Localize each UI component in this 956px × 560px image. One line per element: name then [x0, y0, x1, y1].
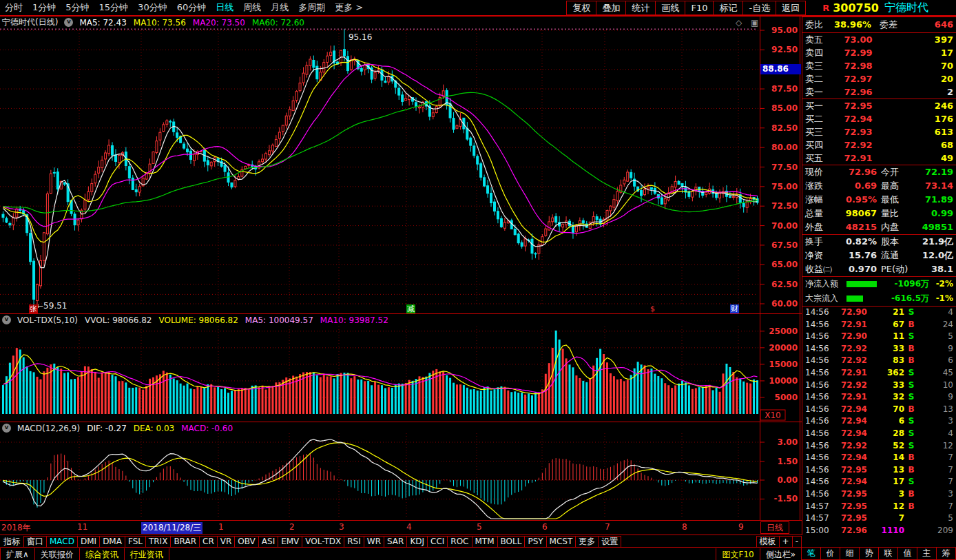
- indicator-right-+[interactable]: +: [779, 536, 793, 548]
- quote-tab-主[interactable]: 主: [917, 547, 937, 560]
- indicator-tab-DMA[interactable]: DMA: [99, 536, 125, 548]
- indicator-tab-MCST[interactable]: MCST: [546, 536, 576, 548]
- indicator-tab-VR[interactable]: VR: [217, 536, 236, 548]
- indicator-tab-CCI[interactable]: CCI: [427, 536, 448, 548]
- status-item-侧边栏»[interactable]: 侧边栏»: [760, 548, 802, 560]
- kline-chart[interactable]: 95.0092.5087.5085.0082.5080.0077.5075.00…: [0, 17, 802, 313]
- period-tab-更多 >[interactable]: 更多 >: [335, 1, 363, 14]
- window-icon[interactable]: ▣: [751, 18, 758, 28]
- indicator-tab-EMV[interactable]: EMV: [278, 536, 302, 548]
- quote-tab-势[interactable]: 势: [859, 547, 879, 560]
- period-tab-周线[interactable]: 周线: [243, 1, 261, 14]
- quote-tab-细[interactable]: 细: [840, 547, 860, 560]
- status-item-图文F10[interactable]: 图文F10: [716, 548, 760, 560]
- indicator-tab-ASI[interactable]: ASI: [258, 536, 278, 548]
- period-tab-月线[interactable]: 月线: [271, 1, 289, 14]
- event-marker-财[interactable]: 财: [730, 304, 739, 313]
- indicator-tab-ROC[interactable]: ROC: [447, 536, 472, 548]
- bid-row[interactable]: 买一72.95246: [802, 99, 956, 112]
- period-tab-1分钟[interactable]: 1分钟: [32, 1, 56, 14]
- indicator-tab-PSY[interactable]: PSY: [524, 536, 546, 548]
- period-tab-5分钟[interactable]: 5分钟: [65, 1, 89, 14]
- tick-row[interactable]: 14:5672.9470B13: [802, 404, 956, 416]
- bid-row[interactable]: 买二72.94176: [802, 112, 956, 125]
- tick-row[interactable]: 14:5672.9417S7: [802, 476, 956, 488]
- chevron-down-icon[interactable]: v: [2, 315, 11, 324]
- quote-tab-笔[interactable]: 笔: [801, 547, 821, 560]
- indicator-tab-CR[interactable]: CR: [199, 536, 218, 548]
- tick-row[interactable]: 14:5672.9428S4: [802, 428, 956, 440]
- chevron-down-icon[interactable]: v: [2, 424, 11, 433]
- volume-chart[interactable]: 250002000015000100005000X10: [0, 314, 802, 422]
- status-item-关联报价[interactable]: 关联报价: [35, 548, 80, 560]
- status-item-综合资讯[interactable]: 综合资讯: [80, 548, 125, 560]
- event-marker-张[interactable]: 张: [29, 304, 38, 313]
- indicator-tab-OBV[interactable]: OBV: [234, 536, 259, 548]
- period-tab-多周期[interactable]: 多周期: [298, 1, 325, 14]
- indicator-right-模板[interactable]: 模板: [756, 536, 780, 548]
- indicator-tab-KDJ[interactable]: KDJ: [406, 536, 428, 548]
- indicator-tab-更多[interactable]: 更多: [575, 536, 599, 548]
- topbar-button-画线[interactable]: 画线: [655, 1, 685, 15]
- ask-row[interactable]: 卖四72.9917: [802, 46, 956, 59]
- indicator-tab-MTM[interactable]: MTM: [472, 536, 498, 548]
- tick-row[interactable]: 14:5672.9011S5: [802, 331, 956, 343]
- macd-chart[interactable]: 3.001.500.00-1.50: [0, 422, 802, 520]
- ask-row[interactable]: 卖一72.962: [802, 85, 956, 99]
- indicator-tab-设置[interactable]: 设置: [598, 536, 621, 548]
- topbar-button-叠加[interactable]: 叠加: [596, 1, 626, 15]
- quote-tab-筹[interactable]: 筹: [936, 547, 956, 560]
- date-label[interactable]: 2018/11/28/三: [141, 522, 202, 534]
- event-marker-$[interactable]: $: [648, 304, 657, 313]
- indicator-tab-SAR[interactable]: SAR: [384, 536, 407, 548]
- quote-tab-价[interactable]: 价: [820, 547, 840, 560]
- indicator-tab-FSL[interactable]: FSL: [125, 536, 146, 548]
- ask-row[interactable]: 卖三72.9870: [802, 59, 956, 72]
- tick-row[interactable]: 14:5672.9414B7: [802, 452, 956, 464]
- topbar-button-复权[interactable]: 复权: [566, 1, 596, 15]
- indicator-tab-MACD[interactable]: MACD: [46, 536, 78, 548]
- indicator-tab-窗口[interactable]: 窗口: [23, 536, 47, 548]
- indicator-tab-DMI[interactable]: DMI: [77, 536, 100, 548]
- bid-row[interactable]: 买五72.9149: [802, 152, 956, 165]
- tick-row[interactable]: 14:5772.9512B7: [802, 501, 956, 513]
- indicator-tab-TRIX[interactable]: TRIX: [145, 536, 171, 548]
- indicator-tab-VOL-TDX[interactable]: VOL-TDX: [302, 536, 344, 548]
- bid-row[interactable]: 买四72.9268: [802, 138, 956, 152]
- tick-row[interactable]: 14:5672.9513B7: [802, 464, 956, 477]
- indicator-tab-RSI[interactable]: RSI: [344, 536, 364, 548]
- tick-row[interactable]: 14:5672.946S3: [802, 415, 956, 428]
- period-tab-分时[interactable]: 分时: [5, 1, 23, 14]
- indicator-tab-BRAR[interactable]: BRAR: [170, 536, 200, 548]
- quote-tab-联[interactable]: 联: [878, 547, 898, 560]
- status-item-行业资讯[interactable]: 行业资讯: [125, 548, 169, 560]
- tick-row[interactable]: 14:5672.953B3: [802, 488, 956, 501]
- tick-row[interactable]: 14:5672.9132S9: [802, 391, 956, 404]
- tick-row[interactable]: 14:5672.9021S4: [802, 307, 956, 319]
- tick-row[interactable]: 14:5672.9167B24: [802, 319, 956, 331]
- bid-row[interactable]: 买三72.93613: [802, 125, 956, 138]
- tick-row[interactable]: 14:5772.9575: [802, 512, 956, 525]
- period-tab-日线[interactable]: 日线: [216, 1, 233, 14]
- period-tab-15分钟[interactable]: 15分钟: [99, 1, 129, 14]
- tick-row[interactable]: 14:5672.9233B9: [802, 343, 956, 355]
- ask-row[interactable]: 卖五73.00397: [802, 33, 956, 46]
- period-tab-30分钟[interactable]: 30分钟: [138, 1, 167, 14]
- tick-row[interactable]: 14:5672.9233S10: [802, 380, 956, 392]
- tick-row[interactable]: 14:5672.9252S12: [802, 440, 956, 453]
- topbar-button--自选[interactable]: -自选: [742, 1, 776, 15]
- quote-tab-值[interactable]: 值: [897, 547, 917, 560]
- topbar-button-F10[interactable]: F10: [685, 1, 714, 15]
- chevron-down-icon[interactable]: v: [64, 18, 73, 27]
- diamond-icon[interactable]: ◇: [736, 18, 742, 28]
- event-marker-减[interactable]: 减: [406, 304, 415, 313]
- tick-row[interactable]: 15:0072.961110209: [802, 525, 956, 537]
- indicator-tab-BOLL[interactable]: BOLL: [497, 536, 526, 548]
- topbar-button-标记[interactable]: 标记: [713, 1, 743, 15]
- ask-row[interactable]: 卖二72.9720: [802, 72, 956, 85]
- tick-row[interactable]: 14:5672.91362S45: [802, 367, 956, 380]
- tick-row[interactable]: 14:5672.9283B6: [802, 355, 956, 367]
- topbar-button-返回[interactable]: 返回: [776, 1, 806, 15]
- indicator-right--[interactable]: -: [792, 536, 802, 548]
- status-item-扩展∧[interactable]: 扩展∧: [0, 548, 35, 560]
